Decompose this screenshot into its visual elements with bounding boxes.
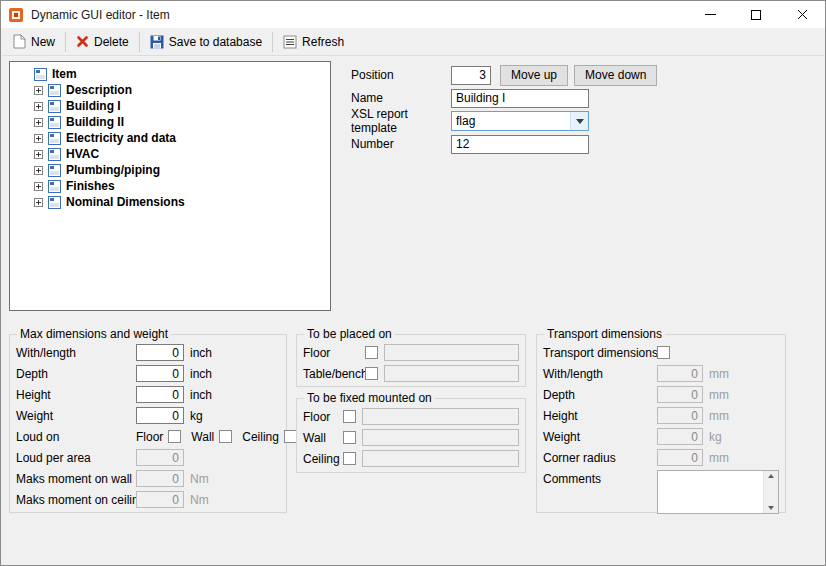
checkbox[interactable] — [343, 452, 356, 465]
number-row: Number 12 — [351, 134, 657, 154]
field-label: Floor — [303, 410, 343, 424]
value-input[interactable]: 0 — [136, 386, 184, 403]
unit-label: kg — [709, 430, 722, 444]
tree-item-label: Building II — [66, 115, 124, 129]
tree-item[interactable]: Plumbing/piping — [12, 162, 328, 178]
field-label: Maks moment on ceiling — [16, 493, 136, 507]
expand-plus-icon[interactable] — [34, 134, 43, 143]
max-dimensions-legend: Max dimensions and weight — [17, 327, 171, 341]
dimension-row: With/length 0 inch — [16, 344, 280, 361]
checkbox[interactable] — [365, 346, 378, 359]
tree-item[interactable]: Electricity and data — [12, 130, 328, 146]
field-label: With/length — [543, 367, 657, 381]
new-document-icon — [13, 34, 26, 49]
tree-root-label: Item — [52, 67, 77, 81]
transport-dimensions-checkbox[interactable] — [657, 346, 670, 359]
value-input-disabled: 0 — [657, 386, 703, 403]
form-node-icon — [48, 132, 61, 145]
scroll-down-icon[interactable] — [768, 506, 774, 510]
value-input[interactable]: 0 — [136, 407, 184, 424]
tree-item[interactable]: HVAC — [12, 146, 328, 162]
tree-item[interactable]: Description — [12, 82, 328, 98]
expand-plus-icon[interactable] — [34, 182, 43, 191]
checkbox[interactable] — [343, 431, 356, 444]
scrollbar[interactable] — [763, 471, 778, 513]
expand-plus-icon[interactable] — [34, 102, 43, 111]
new-button[interactable]: New — [6, 30, 62, 54]
value-input[interactable]: 0 — [136, 344, 184, 361]
transport-row: Height 0 mm — [543, 407, 779, 424]
checkbox-label: Ceiling — [242, 430, 279, 444]
delete-button[interactable]: Delete — [69, 30, 136, 54]
comments-text — [660, 472, 761, 512]
refresh-button[interactable]: Refresh — [276, 30, 351, 54]
fixed-mounted-row: Wall — [303, 429, 519, 446]
tree-item[interactable]: Building II — [12, 114, 328, 130]
move-down-button[interactable]: Move down — [574, 65, 657, 86]
transport-legend: Transport dimensions — [544, 327, 665, 341]
form-node-icon — [48, 164, 61, 177]
field-label: Weight — [16, 409, 136, 423]
value-input[interactable]: 0 — [136, 365, 184, 382]
window-controls — [687, 1, 825, 28]
xsl-template-value: flag — [452, 114, 570, 128]
unit-label: inch — [190, 388, 212, 402]
tree-item-label: Finishes — [66, 179, 115, 193]
field-label: With/length — [16, 346, 136, 360]
position-input[interactable]: 3 — [451, 66, 491, 85]
field-label: Height — [543, 409, 657, 423]
checkbox[interactable] — [219, 430, 232, 443]
expand-plus-icon[interactable] — [34, 166, 43, 175]
comments-input[interactable] — [657, 470, 779, 514]
checkbox[interactable] — [365, 367, 378, 380]
move-up-button[interactable]: Move up — [500, 65, 568, 86]
save-to-database-button[interactable]: Save to database — [143, 30, 269, 54]
item-tree-panel: Item Description Building I — [9, 61, 331, 311]
dimension-row: Loud per area 0 — [16, 449, 280, 466]
placed-on-row: Table/bench — [303, 365, 519, 382]
expand-plus-icon[interactable] — [34, 86, 43, 95]
tree-item[interactable]: Nominal Dimensions — [12, 194, 328, 210]
expand-plus-icon[interactable] — [34, 198, 43, 207]
app-icon — [8, 7, 24, 23]
xsl-template-label: XSL report template — [351, 107, 451, 135]
checkbox[interactable] — [168, 430, 181, 443]
checkbox[interactable] — [343, 410, 356, 423]
value-input-disabled: 0 — [136, 491, 184, 508]
titlebar: Dynamic GUI editor - Item — [1, 1, 825, 28]
refresh-icon — [283, 35, 297, 49]
tree-children: Description Building I Building II — [12, 82, 328, 210]
xsl-template-select[interactable]: flag — [451, 111, 589, 131]
toolbar-separator — [65, 32, 66, 52]
transport-group: Transport dimensions Transport dimension… — [536, 327, 786, 513]
field-label: Ceiling — [303, 452, 343, 466]
text-input-disabled — [362, 408, 519, 425]
form-node-icon — [48, 180, 61, 193]
tree-item[interactable]: Building I — [12, 98, 328, 114]
fixed-mounted-row: Floor — [303, 408, 519, 425]
unit-label: Nm — [190, 493, 209, 507]
value-input-disabled: 0 — [136, 470, 184, 487]
tree-root-item[interactable]: Item — [12, 66, 328, 82]
value-input-disabled: 0 — [657, 428, 703, 445]
field-label: Table/bench — [303, 367, 365, 381]
minimize-button[interactable] — [687, 1, 733, 28]
tree-item[interactable]: Finishes — [12, 178, 328, 194]
position-row: Position 3 Move up Move down — [351, 65, 657, 85]
checkbox-label: Wall — [191, 430, 214, 444]
fixed-mounted-row: Ceiling — [303, 450, 519, 467]
placed-on-group: To be placed on Floor Table/bench — [296, 327, 526, 387]
name-input[interactable]: Building I — [451, 89, 589, 108]
unit-label: mm — [709, 451, 729, 465]
field-label: Depth — [543, 388, 657, 402]
maximize-button[interactable] — [733, 1, 779, 28]
expand-plus-icon[interactable] — [34, 118, 43, 127]
window-title: Dynamic GUI editor - Item — [31, 8, 170, 22]
scroll-up-icon[interactable] — [768, 474, 774, 478]
unit-label: Nm — [190, 472, 209, 486]
number-input[interactable]: 12 — [451, 135, 589, 154]
close-button[interactable] — [779, 1, 825, 28]
checkbox[interactable] — [284, 430, 297, 443]
field-label: Corner radius — [543, 451, 657, 465]
expand-plus-icon[interactable] — [34, 150, 43, 159]
